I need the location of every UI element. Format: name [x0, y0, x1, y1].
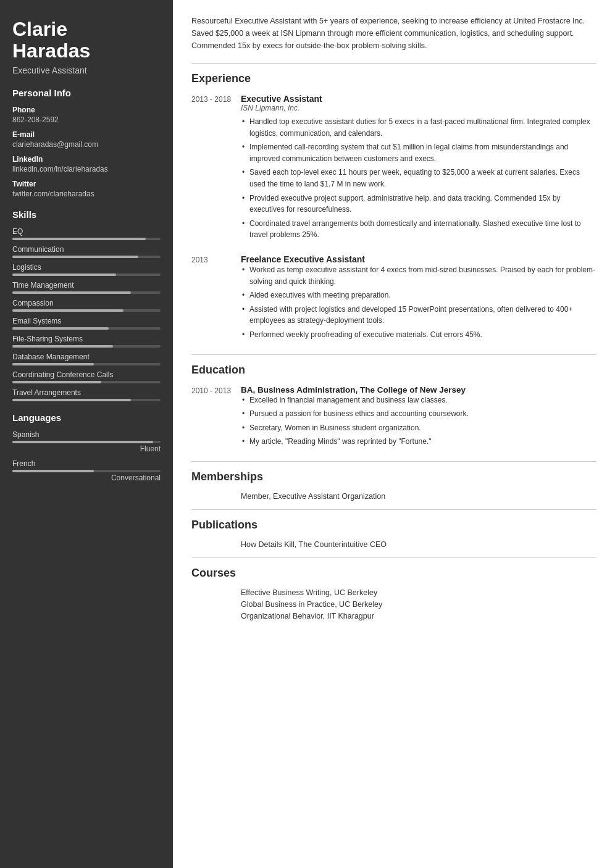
skill-item: Compassion	[12, 299, 161, 312]
skill-item: Coordinating Conference Calls	[12, 370, 161, 383]
experience-entries: 2013 - 2018Executive AssistantISN Lipman…	[191, 94, 596, 343]
language-bar-fill	[12, 441, 153, 443]
exp-bullets: Worked as temp executive assistant for 4…	[241, 264, 596, 341]
skill-item: Time Management	[12, 281, 161, 294]
exp-bullet: Performed weekly proofreading of executi…	[241, 329, 596, 341]
edu-bullet: Pursued a passion for business ethics an…	[241, 408, 596, 420]
skill-name: Database Management	[12, 353, 161, 361]
skill-name: Logistics	[12, 263, 161, 272]
skill-bar-bg	[12, 381, 161, 383]
skill-item: File-Sharing Systems	[12, 335, 161, 348]
skill-item: Database Management	[12, 353, 161, 365]
courses-list: Effective Business Writing, UC BerkeleyG…	[191, 588, 596, 620]
exp-bullet: Handled top executive assistant duties f…	[241, 116, 596, 139]
exp-bullet: Worked as temp executive assistant for 4…	[241, 264, 596, 287]
main-content: Resourceful Executive Assistant with 5+ …	[173, 0, 615, 868]
skill-name: File-Sharing Systems	[12, 335, 161, 343]
skill-bar-fill	[12, 327, 109, 330]
skill-bar-bg	[12, 345, 161, 348]
phone-value: 862-208-2592	[12, 115, 161, 124]
course-item: Organizational Behavior, IIT Kharagpur	[241, 612, 596, 620]
email-value: clarieharadas@gmail.com	[12, 140, 161, 149]
exp-bullet: Aided executives with meeting preparatio…	[241, 290, 596, 301]
skill-bar-bg	[12, 256, 161, 258]
skill-bar-bg	[12, 273, 161, 276]
skill-bar-fill	[12, 363, 94, 365]
memberships-heading: Memberships	[191, 470, 596, 483]
skill-bar-fill	[12, 381, 101, 383]
education-heading: Education	[191, 364, 596, 377]
phone-label: Phone	[12, 106, 161, 114]
edu-bullet: Excelled in financial management and bus…	[241, 394, 596, 406]
skill-bar-fill	[12, 399, 131, 401]
edu-content: BA, Business Administration, The College…	[241, 385, 596, 450]
membership-item: Member, Executive Assistant Organization	[191, 492, 596, 501]
skill-bar-fill	[12, 273, 116, 276]
language-name: Spanish	[12, 430, 161, 439]
language-bar-fill	[12, 470, 94, 472]
language-item: SpanishFluent	[12, 430, 161, 453]
exp-content: Freelance Executive AssistantWorked as t…	[241, 254, 596, 343]
skill-bar-fill	[12, 309, 123, 312]
skill-item: Communication	[12, 245, 161, 258]
skill-name: Coordinating Conference Calls	[12, 370, 161, 379]
skill-bar-fill	[12, 345, 113, 348]
skill-name: Compassion	[12, 299, 161, 307]
divider4	[191, 509, 596, 510]
resume-container: Clarie Haradas Executive Assistant Perso…	[0, 0, 615, 868]
skill-bar-fill	[12, 238, 146, 240]
skill-bar-bg	[12, 291, 161, 294]
education-entries: 2010 - 2013BA, Business Administration, …	[191, 385, 596, 450]
exp-bullet: Provided executive project support, admi…	[241, 193, 596, 215]
skill-bar-bg	[12, 309, 161, 312]
skill-item: Logistics	[12, 263, 161, 276]
experience-heading: Experience	[191, 72, 596, 85]
exp-bullet: Saved each top-level exec 11 hours per w…	[241, 167, 596, 190]
language-name: French	[12, 459, 161, 468]
exp-bullets: Handled top executive assistant duties f…	[241, 116, 596, 241]
skill-bar-bg	[12, 238, 161, 240]
languages-list: SpanishFluentFrenchConversational	[12, 430, 161, 482]
courses-heading: Courses	[191, 567, 596, 580]
publications-list: How Details Kill, The Counterintuitive C…	[191, 540, 596, 549]
memberships-list: Member, Executive Assistant Organization	[191, 492, 596, 501]
course-item: Effective Business Writing, UC Berkeley	[241, 588, 596, 597]
publications-heading: Publications	[191, 519, 596, 532]
summary-text: Resourceful Executive Assistant with 5+ …	[191, 15, 596, 52]
education-entry: 2010 - 2013BA, Business Administration, …	[191, 385, 596, 450]
language-bar-bg	[12, 441, 161, 443]
skill-item: Travel Arrangements	[12, 388, 161, 401]
language-bar-bg	[12, 470, 161, 472]
exp-job-title: Freelance Executive Assistant	[241, 254, 596, 264]
linkedin-label: LinkedIn	[12, 155, 161, 164]
twitter-value: twitter.com/clarieharadas	[12, 190, 161, 198]
exp-job-title: Executive Assistant	[241, 94, 596, 104]
skill-name: Communication	[12, 245, 161, 254]
twitter-label: Twitter	[12, 180, 161, 188]
skills-list: EQCommunicationLogisticsTime ManagementC…	[12, 227, 161, 401]
email-label: E-mail	[12, 130, 161, 139]
skill-name: Travel Arrangements	[12, 388, 161, 397]
publication-item: How Details Kill, The Counterintuitive C…	[191, 540, 596, 549]
candidate-name: Clarie Haradas	[12, 19, 161, 62]
skill-bar-bg	[12, 327, 161, 330]
language-level: Fluent	[12, 444, 161, 453]
edu-degree: BA, Business Administration, The College…	[241, 385, 596, 394]
experience-entry: 2013Freelance Executive AssistantWorked …	[191, 254, 596, 343]
divider2	[191, 354, 596, 355]
languages-heading: Languages	[12, 412, 161, 423]
exp-bullet: Coordinated travel arrangements both dom…	[241, 218, 596, 241]
divider	[191, 63, 596, 64]
divider3	[191, 461, 596, 462]
skills-heading: Skills	[12, 209, 161, 220]
skill-bar-bg	[12, 399, 161, 401]
edu-dates: 2010 - 2013	[191, 385, 241, 450]
exp-content: Executive AssistantISN Lipmann, Inc.Hand…	[241, 94, 596, 243]
candidate-title: Executive Assistant	[12, 65, 161, 75]
exp-company: ISN Lipmann, Inc.	[241, 104, 596, 112]
edu-bullets: Excelled in financial management and bus…	[241, 394, 596, 448]
language-item: FrenchConversational	[12, 459, 161, 482]
exp-bullet: Implemented call-recording system that c…	[241, 141, 596, 164]
experience-entry: 2013 - 2018Executive AssistantISN Lipman…	[191, 94, 596, 243]
language-level: Conversational	[12, 474, 161, 482]
